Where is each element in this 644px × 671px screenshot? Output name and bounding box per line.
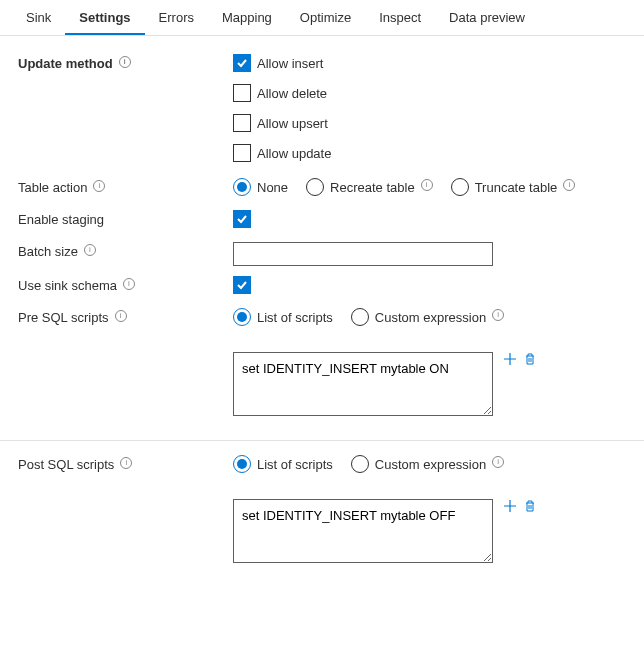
post-sql-label: Post SQL scripts i bbox=[18, 455, 233, 472]
allow-insert-checkbox[interactable] bbox=[233, 54, 251, 72]
info-icon[interactable]: i bbox=[115, 310, 127, 322]
table-action-text: Table action bbox=[18, 180, 87, 195]
info-icon[interactable]: i bbox=[492, 456, 504, 468]
tab-bar: Sink Settings Errors Mapping Optimize In… bbox=[0, 0, 644, 36]
table-action-label: Table action i bbox=[18, 178, 233, 195]
custom-expression-label: Custom expression bbox=[375, 310, 486, 325]
pre-sql-custom-radio[interactable] bbox=[351, 308, 369, 326]
tab-sink[interactable]: Sink bbox=[12, 0, 65, 35]
delete-icon[interactable] bbox=[523, 352, 537, 366]
use-sink-schema-text: Use sink schema bbox=[18, 278, 117, 293]
update-method-text: Update method bbox=[18, 56, 113, 71]
none-label: None bbox=[257, 180, 288, 195]
list-of-scripts-label: List of scripts bbox=[257, 457, 333, 472]
info-icon[interactable]: i bbox=[119, 56, 131, 68]
allow-update-label: Allow update bbox=[257, 146, 331, 161]
allow-upsert-checkbox[interactable] bbox=[233, 114, 251, 132]
use-sink-schema-checkbox[interactable] bbox=[233, 276, 251, 294]
tab-data-preview[interactable]: Data preview bbox=[435, 0, 539, 35]
tab-inspect[interactable]: Inspect bbox=[365, 0, 435, 35]
update-method-label: Update method i bbox=[18, 54, 233, 71]
info-icon[interactable]: i bbox=[93, 180, 105, 192]
tab-optimize[interactable]: Optimize bbox=[286, 0, 365, 35]
add-icon[interactable] bbox=[503, 352, 517, 366]
tab-errors[interactable]: Errors bbox=[145, 0, 208, 35]
pre-sql-script-input[interactable] bbox=[233, 352, 493, 416]
delete-icon[interactable] bbox=[523, 499, 537, 513]
info-icon[interactable]: i bbox=[123, 278, 135, 290]
post-sql-text: Post SQL scripts bbox=[18, 457, 114, 472]
info-icon[interactable]: i bbox=[421, 179, 433, 191]
batch-size-label: Batch size i bbox=[18, 242, 233, 259]
divider bbox=[0, 440, 644, 441]
batch-size-text: Batch size bbox=[18, 244, 78, 259]
table-action-recreate-radio[interactable] bbox=[306, 178, 324, 196]
enable-staging-checkbox[interactable] bbox=[233, 210, 251, 228]
post-sql-script-input[interactable] bbox=[233, 499, 493, 563]
table-action-none-radio[interactable] bbox=[233, 178, 251, 196]
allow-delete-label: Allow delete bbox=[257, 86, 327, 101]
tab-settings[interactable]: Settings bbox=[65, 0, 144, 35]
info-icon[interactable]: i bbox=[120, 457, 132, 469]
list-of-scripts-label: List of scripts bbox=[257, 310, 333, 325]
add-icon[interactable] bbox=[503, 499, 517, 513]
recreate-label: Recreate table bbox=[330, 180, 415, 195]
info-icon[interactable]: i bbox=[563, 179, 575, 191]
enable-staging-label: Enable staging bbox=[18, 210, 233, 227]
tab-mapping[interactable]: Mapping bbox=[208, 0, 286, 35]
truncate-label: Truncate table bbox=[475, 180, 558, 195]
post-sql-custom-radio[interactable] bbox=[351, 455, 369, 473]
batch-size-input[interactable] bbox=[233, 242, 493, 266]
table-action-truncate-radio[interactable] bbox=[451, 178, 469, 196]
custom-expression-label: Custom expression bbox=[375, 457, 486, 472]
allow-update-checkbox[interactable] bbox=[233, 144, 251, 162]
settings-panel: Update method i Allow insert Allow delet… bbox=[0, 36, 644, 563]
info-icon[interactable]: i bbox=[84, 244, 96, 256]
allow-upsert-label: Allow upsert bbox=[257, 116, 328, 131]
post-sql-list-radio[interactable] bbox=[233, 455, 251, 473]
allow-insert-label: Allow insert bbox=[257, 56, 323, 71]
info-icon[interactable]: i bbox=[492, 309, 504, 321]
pre-sql-label: Pre SQL scripts i bbox=[18, 308, 233, 325]
pre-sql-list-radio[interactable] bbox=[233, 308, 251, 326]
use-sink-schema-label: Use sink schema i bbox=[18, 276, 233, 293]
enable-staging-text: Enable staging bbox=[18, 212, 104, 227]
allow-delete-checkbox[interactable] bbox=[233, 84, 251, 102]
pre-sql-text: Pre SQL scripts bbox=[18, 310, 109, 325]
